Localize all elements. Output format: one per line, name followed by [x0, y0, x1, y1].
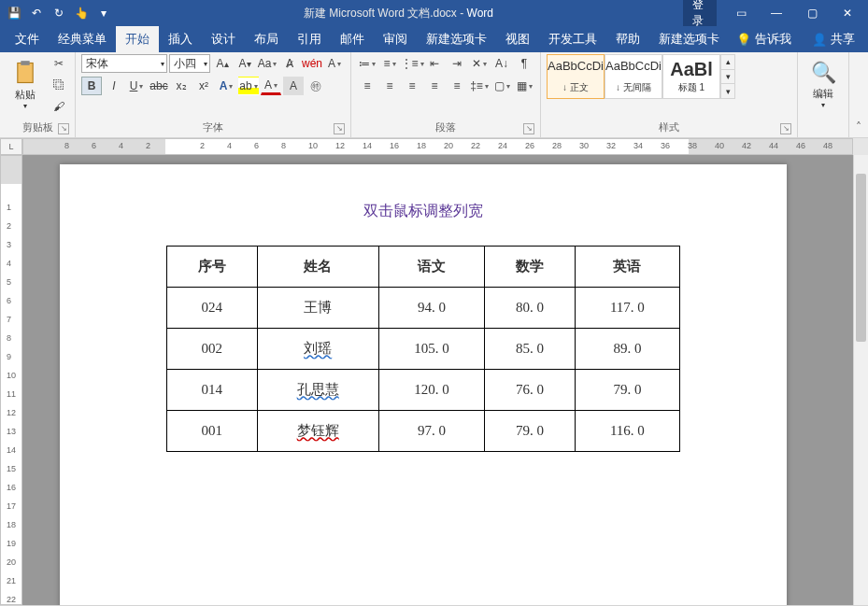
share-button[interactable]: 👤 共享 [804, 26, 862, 52]
font-size-combo[interactable]: 小四▾ [169, 54, 210, 73]
show-marks-button[interactable]: ¶ [514, 54, 534, 73]
window-buttons: 登录 ▭ — ▢ ✕ [683, 0, 864, 26]
underline-button[interactable]: U [126, 77, 147, 95]
shading-button[interactable]: ▢ [491, 77, 512, 95]
tab-home[interactable]: 开始 [116, 26, 159, 52]
line-spacing-button[interactable]: ‡≡ [469, 77, 490, 95]
enclose-char-button[interactable]: ㊕ [306, 77, 326, 95]
align-justify-button[interactable]: ≡ [424, 77, 445, 95]
tab-developer[interactable]: 开发工具 [539, 26, 606, 52]
subscript-button[interactable]: x₂ [171, 77, 192, 95]
font-color-button[interactable]: A [261, 77, 281, 95]
styles-dialog-launcher[interactable]: ↘ [780, 123, 791, 134]
italic-button[interactable]: I [104, 77, 124, 95]
style-no-spacing[interactable]: AaBbCcDi↓ 无间隔 [605, 54, 662, 99]
borders-button[interactable]: ▦ [514, 77, 534, 95]
vertical-scrollbar[interactable] [853, 155, 868, 605]
table-row: 014孔思慧120. 076. 079. 0 [167, 370, 680, 411]
touch-mode-button[interactable]: 👆 [71, 3, 92, 23]
styles-scroll-up[interactable]: ▴ [721, 55, 734, 70]
ribbon: 粘贴 ▾ ✂ ⿻ 🖌 剪贴板↘ 宋体▾ 小四▾ A▴ A▾ Aa A̷ wén … [0, 52, 868, 138]
group-styles: AaBbCcDi↓ 正文 AaBbCcDi↓ 无间隔 AaBl标题 1 ▴ ▾ … [541, 52, 798, 137]
increase-indent-button[interactable]: ⇥ [447, 54, 467, 73]
change-case-button[interactable]: Aa [257, 54, 277, 73]
group-paragraph-label: 段落 [435, 121, 456, 133]
tab-custom2[interactable]: 新建选项卡 [649, 26, 729, 52]
style-normal[interactable]: AaBbCcDi↓ 正文 [547, 54, 605, 99]
vertical-ruler[interactable]: 12345678910111213141516171819202122 [0, 155, 22, 605]
col-header[interactable]: 序号 [167, 247, 258, 288]
minimize-button[interactable]: — [760, 0, 793, 26]
shrink-font-button[interactable]: A▾ [235, 54, 255, 73]
phonetic-guide-button[interactable]: wén [302, 54, 322, 73]
char-shading-button[interactable]: A [283, 77, 304, 95]
col-header[interactable]: 数学 [485, 247, 576, 288]
text-effects-button[interactable]: A [216, 77, 236, 95]
align-left-button[interactable]: ≡ [357, 77, 377, 95]
styles-scroll-down[interactable]: ▾ [721, 70, 734, 85]
font-name-combo[interactable]: 宋体▾ [81, 54, 167, 73]
maximize-button[interactable]: ▢ [795, 0, 829, 26]
document-viewport[interactable]: 双击鼠标调整列宽 序号 姓名 语文 数学 英语 024王博94. 080. 01… [22, 155, 853, 605]
data-table[interactable]: 序号 姓名 语文 数学 英语 024王博94. 080. 0117. 0 002… [166, 246, 680, 452]
close-button[interactable]: ✕ [831, 0, 864, 26]
char-border-button[interactable]: A [324, 54, 345, 73]
col-header[interactable]: 姓名 [257, 247, 378, 288]
paragraph-dialog-launcher[interactable]: ↘ [523, 123, 534, 134]
strikethrough-button[interactable]: abc [149, 77, 169, 95]
find-button[interactable]: 🔍 编辑 ▾ [804, 54, 843, 116]
redo-button[interactable]: ↻ [49, 3, 69, 23]
undo-button[interactable]: ↶ [26, 3, 47, 23]
ribbon-tabs: 文件 经典菜单 开始 插入 设计 布局 引用 邮件 审阅 新建选项卡 视图 开发… [0, 26, 868, 52]
tab-file[interactable]: 文件 [6, 26, 49, 52]
tab-insert[interactable]: 插入 [159, 26, 202, 52]
qat-customize-button[interactable]: ▾ [93, 3, 114, 23]
window-title: 新建 Microsoft Word 文档.docx - Word [114, 6, 683, 21]
tab-mailings[interactable]: 邮件 [331, 26, 374, 52]
copy-button[interactable]: ⿻ [49, 76, 69, 94]
bullets-button[interactable]: ≔ [357, 54, 377, 73]
col-header[interactable]: 英语 [575, 247, 679, 288]
paste-button[interactable]: 粘贴 ▾ [6, 54, 45, 116]
group-font: 宋体▾ 小四▾ A▴ A▾ Aa A̷ wén A B I U abc x₂ x… [76, 52, 351, 137]
col-header[interactable]: 语文 [378, 247, 484, 288]
bold-button[interactable]: B [81, 77, 102, 95]
tab-review[interactable]: 审阅 [374, 26, 417, 52]
tab-references[interactable]: 引用 [288, 26, 331, 52]
tab-classic-menu[interactable]: 经典菜单 [49, 26, 116, 52]
grow-font-button[interactable]: A▴ [212, 54, 233, 73]
font-dialog-launcher[interactable]: ↘ [334, 123, 345, 134]
tab-help[interactable]: 帮助 [606, 26, 649, 52]
format-painter-button[interactable]: 🖌 [49, 97, 69, 116]
asian-layout-button[interactable]: ✕ [469, 54, 490, 73]
scrollbar-thumb[interactable] [856, 174, 866, 342]
decrease-indent-button[interactable]: ⇤ [424, 54, 445, 73]
horizontal-ruler[interactable]: 8642246810121416182022242628303234363840… [22, 138, 853, 155]
tab-selector[interactable]: L [0, 138, 22, 155]
multilevel-list-button[interactable]: ⋮≡ [402, 54, 422, 73]
styles-expand[interactable]: ▾ [721, 84, 734, 98]
clear-formatting-button[interactable]: A̷ [279, 54, 300, 73]
styles-gallery-scroll: ▴ ▾ ▾ [720, 54, 735, 99]
sort-button[interactable]: A↓ [491, 54, 512, 73]
collapse-ribbon-button[interactable]: ˄ [856, 120, 861, 134]
superscript-button[interactable]: x² [193, 77, 214, 95]
login-button[interactable]: 登录 [683, 0, 717, 26]
tab-design[interactable]: 设计 [202, 26, 245, 52]
style-heading1[interactable]: AaBl标题 1 [662, 54, 720, 99]
align-center-button[interactable]: ≡ [379, 77, 400, 95]
tell-me-button[interactable]: 💡 告诉我 [729, 26, 799, 52]
tab-view[interactable]: 视图 [496, 26, 539, 52]
tab-custom1[interactable]: 新建选项卡 [417, 26, 496, 52]
tab-layout[interactable]: 布局 [245, 26, 288, 52]
save-button[interactable]: 💾 [4, 3, 24, 23]
ribbon-options-button[interactable]: ▭ [724, 0, 758, 26]
highlight-button[interactable]: ab [238, 77, 259, 95]
align-right-button[interactable]: ≡ [402, 77, 422, 95]
clipboard-dialog-launcher[interactable]: ↘ [58, 123, 69, 134]
align-distributed-button[interactable]: ≡ [447, 77, 467, 95]
cut-button[interactable]: ✂ [49, 54, 69, 73]
numbering-button[interactable]: ≡ [379, 54, 400, 73]
page: 双击鼠标调整列宽 序号 姓名 语文 数学 英语 024王博94. 080. 01… [60, 164, 787, 605]
search-icon: 🔍 [811, 61, 836, 85]
